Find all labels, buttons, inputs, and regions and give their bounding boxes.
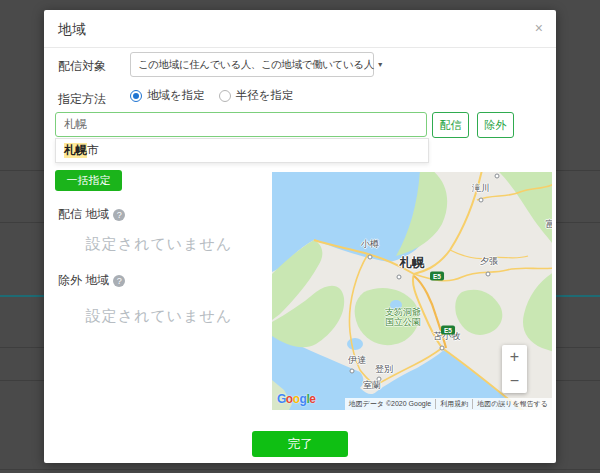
city-marker [368,255,373,260]
map-city-label: 伊達 [348,354,366,367]
modal-title: 地域 [58,10,86,48]
deliver-button[interactable]: 配信 [432,112,469,138]
map-city-label: 室蘭 [363,379,381,392]
delivery-target-selected: この地域に住んでいる人、この地域で働いている人 [138,58,374,72]
modal-header: 地域 × [44,10,556,48]
google-logo-letter: o [293,392,300,406]
map-city-label: 小樽 [361,238,379,251]
road-shield-e5: E5 [441,326,455,335]
delivery-area-empty-text: 設定されていません [55,235,263,254]
map-city-label: 夕張 [480,255,498,268]
road-shield-e5: E5 [430,272,444,281]
exclude-button[interactable]: 除外 [477,112,514,138]
delivery-target-label: 配信対象 [58,58,106,75]
radio-specify-region[interactable]: 地域を指定 [130,88,205,103]
google-logo-letter: o [286,392,293,406]
delivery-area-label: 配信 地域 ? [58,206,125,223]
map-attribution-link[interactable]: 地図の誤りを報告する [472,399,552,409]
map-city-label: 滝川 [472,182,490,195]
city-marker [479,198,484,203]
map-city-label: 富 [546,218,553,231]
city-marker [486,272,491,277]
chevron-down-icon: ▼ [377,61,384,68]
region-search-input[interactable] [55,112,427,137]
city-marker [397,275,402,280]
radio-label: 半径を指定 [236,88,294,103]
city-marker [350,369,355,374]
map-zoom-control: + − [502,345,527,393]
delivery-area-label-text: 配信 地域 [58,206,109,223]
autocomplete-suggestion[interactable]: 札幌市 [55,138,429,163]
google-logo-letter: G [277,392,286,406]
zoom-in-button[interactable]: + [502,345,527,369]
radio-label: 地域を指定 [147,88,205,103]
radio-unselected-icon [219,90,231,102]
map-attribution-link[interactable]: 利用規約 [435,399,472,409]
map-city-label: 札幌 [400,255,425,272]
map-attribution: 地図データ ©2020 Google利用規約地図の誤りを報告する [345,398,552,410]
radio-specify-radius[interactable]: 半径を指定 [219,88,294,103]
background-row-divider [0,469,600,470]
help-icon[interactable]: ? [113,209,125,221]
map-data-credit: 地図データ ©2020 Google [345,399,436,409]
google-logo[interactable]: Google [277,392,315,406]
suggestion-highlight: 札幌 [64,143,87,158]
zoom-out-button[interactable]: − [502,369,527,393]
method-label: 指定方法 [58,91,106,108]
city-marker [440,346,445,351]
bulk-specify-button[interactable]: 一括指定 [55,170,122,191]
excluded-area-empty-text: 設定されていません [55,307,263,326]
national-park-label: 国立公園 [385,316,421,329]
city-marker [495,174,500,179]
region-modal: 地域 × 配信対象 この地域に住んでいる人、この地域で働いている人 ▼ 指定方法… [44,10,556,463]
excluded-area-label-text: 除外 地域 [58,272,109,289]
done-button[interactable]: 完了 [252,431,348,457]
help-icon[interactable]: ? [113,275,125,287]
excluded-area-label: 除外 地域 ? [58,272,125,289]
suggestion-rest: 市 [87,143,99,158]
google-logo-letter: e [309,392,315,406]
radio-selected-icon [130,90,142,102]
method-radio-group: 地域を指定 半径を指定 [130,88,294,103]
delivery-target-dropdown[interactable]: この地域に住んでいる人、この地域で働いている人 ▼ [130,52,374,77]
google-map[interactable]: 滝川小樽札幌夕張富苫小牧伊達登別室蘭E5E5支笏洞爺国立公園 + − Googl… [272,172,552,410]
close-icon[interactable]: × [535,20,543,36]
map-city-label: 登別 [375,363,393,376]
